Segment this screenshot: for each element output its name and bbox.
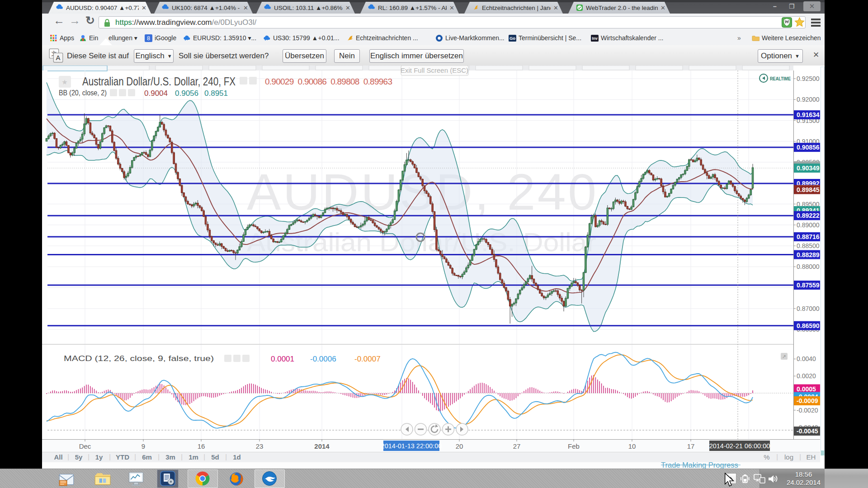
svg-text:log: log bbox=[784, 453, 793, 461]
svg-text:All: All bbox=[54, 453, 62, 461]
svg-text:3m: 3m bbox=[165, 453, 175, 461]
svg-text:5y: 5y bbox=[75, 453, 83, 461]
svg-text:A: A bbox=[56, 54, 61, 61]
svg-text:EH: EH bbox=[807, 453, 816, 461]
svg-text:0.87559: 0.87559 bbox=[797, 282, 820, 289]
svg-text:0.9004: 0.9004 bbox=[144, 89, 168, 98]
svg-text:23: 23 bbox=[256, 442, 264, 450]
svg-text:10: 10 bbox=[628, 442, 636, 450]
svg-text:-0.0045: -0.0045 bbox=[797, 427, 818, 435]
svg-text:1d: 1d bbox=[233, 453, 241, 461]
svg-text:%: % bbox=[764, 453, 769, 461]
svg-text:2014: 2014 bbox=[314, 442, 330, 450]
svg-text:|: | bbox=[88, 453, 90, 460]
svg-text:0.91634: 0.91634 bbox=[797, 111, 820, 118]
svg-text:|: | bbox=[799, 453, 801, 460]
svg-text:0.90349: 0.90349 bbox=[797, 164, 820, 172]
svg-text:Feb: Feb bbox=[568, 442, 580, 450]
svg-text:BB (20, close, 2): BB (20, close, 2) bbox=[59, 89, 107, 97]
svg-text:-0.0009: -0.0009 bbox=[797, 397, 818, 404]
svg-text:|: | bbox=[109, 453, 111, 460]
svg-text:-0.0020: -0.0020 bbox=[797, 407, 818, 414]
svg-text:27: 27 bbox=[513, 442, 521, 450]
svg-text:↗: ↗ bbox=[782, 354, 786, 359]
svg-text:0.0001: 0.0001 bbox=[271, 355, 294, 363]
svg-text:0.88716: 0.88716 bbox=[797, 233, 820, 240]
svg-text:1m: 1m bbox=[189, 453, 198, 461]
svg-text:5d: 5d bbox=[211, 453, 219, 461]
svg-text:0.89222: 0.89222 bbox=[797, 212, 820, 219]
svg-text:0.92500: 0.92500 bbox=[797, 75, 820, 82]
svg-text:REALTIME: REALTIME bbox=[770, 76, 791, 81]
svg-text:0.87000: 0.87000 bbox=[797, 305, 820, 312]
svg-text:0.88000: 0.88000 bbox=[797, 263, 820, 270]
svg-text:0.90029 0.90086 0.89808 0.8: 0.90029 0.90086 0.89808 0.89963 bbox=[265, 77, 392, 86]
svg-text:|: | bbox=[158, 453, 160, 460]
svg-text:-0.0007: -0.0007 bbox=[354, 355, 381, 363]
svg-text:|: | bbox=[203, 453, 205, 460]
svg-text:0.88500: 0.88500 bbox=[797, 242, 820, 249]
svg-text:0.89000: 0.89000 bbox=[797, 221, 820, 229]
svg-text:0.8951: 0.8951 bbox=[204, 89, 228, 98]
svg-text:0.90856: 0.90856 bbox=[797, 144, 820, 151]
svg-text:1y: 1y bbox=[95, 453, 103, 461]
svg-text:0.0040: 0.0040 bbox=[797, 355, 816, 362]
svg-text:2014-02-21 06:00:00: 2014-02-21 06:00:00 bbox=[709, 442, 770, 450]
svg-text:Dec: Dec bbox=[79, 442, 91, 450]
svg-text:2014-01-13 22:00:00: 2014-01-13 22:00:00 bbox=[381, 442, 442, 450]
svg-text:|: | bbox=[181, 453, 183, 460]
svg-text:0.0020: 0.0020 bbox=[797, 372, 816, 380]
svg-text:Exit Full Screen (ESC): Exit Full Screen (ESC) bbox=[401, 66, 468, 74]
svg-text:0.89845: 0.89845 bbox=[797, 186, 820, 193]
svg-text:YTD: YTD bbox=[116, 453, 129, 461]
svg-text:|: | bbox=[776, 453, 778, 460]
svg-text:0.88289: 0.88289 bbox=[797, 251, 820, 258]
svg-text:8: 8 bbox=[147, 35, 150, 42]
svg-text:9: 9 bbox=[142, 442, 145, 450]
svg-text:|: | bbox=[134, 453, 136, 460]
svg-text:-0.0006: -0.0006 bbox=[310, 355, 336, 363]
svg-text:20: 20 bbox=[456, 442, 463, 450]
svg-text:0.9056: 0.9056 bbox=[175, 89, 198, 98]
svg-text:|: | bbox=[225, 453, 227, 460]
svg-text:17: 17 bbox=[687, 442, 695, 450]
svg-text:0.0005: 0.0005 bbox=[797, 385, 816, 393]
svg-text:16: 16 bbox=[198, 442, 205, 450]
svg-text:Inv: Inv bbox=[592, 36, 598, 41]
svg-text:|: | bbox=[67, 453, 69, 460]
svg-text:Australian Dollar/U.S. Dollar,: Australian Dollar/U.S. Dollar, 240, FX bbox=[82, 75, 236, 88]
svg-text:0.86590: 0.86590 bbox=[797, 322, 820, 329]
svg-text:0.92000: 0.92000 bbox=[797, 96, 820, 103]
svg-text:6m: 6m bbox=[142, 453, 152, 461]
svg-text:★: ★ bbox=[61, 78, 67, 86]
svg-text:Go: Go bbox=[509, 36, 515, 41]
svg-text:MACD (12, 26, close, 9, false,: MACD (12, 26, close, 9, false, true) bbox=[64, 354, 214, 363]
